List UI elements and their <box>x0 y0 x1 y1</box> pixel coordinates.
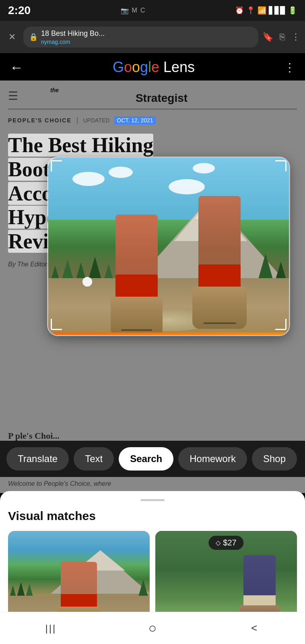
match-card-1[interactable] <box>8 531 150 612</box>
corner-tr <box>275 160 286 171</box>
cloud-1 <box>72 172 105 186</box>
price-tag-icon: ◇ <box>216 539 221 547</box>
share-icon[interactable]: ⎘ <box>280 32 285 42</box>
nav-menu-button[interactable]: ||| <box>35 616 67 640</box>
lens-title: Google Lens <box>113 59 195 76</box>
welcome-text: Welcome to People's Choice, where <box>8 480 111 487</box>
lens-selection-box[interactable] <box>48 158 289 335</box>
lens-cursor-dot <box>82 277 92 287</box>
left-boot <box>111 297 163 335</box>
strategist-header: ☰ the Strategist <box>0 80 305 109</box>
peoples-choice-badge: PEOPLE'S CHOICE <box>8 117 72 124</box>
location-icon: 📍 <box>246 6 255 15</box>
c-icon: C <box>140 7 145 14</box>
strategist-logo: the Strategist <box>26 87 297 105</box>
nav-home-button[interactable]: ○ <box>136 616 169 640</box>
tab-shop[interactable]: Shop <box>252 447 297 471</box>
hamburger-icon: ☰ <box>8 89 18 103</box>
right-leg <box>198 196 241 329</box>
browser-domain: nymag.com <box>41 39 105 45</box>
tab-translate[interactable]: Translate <box>6 447 69 471</box>
matches-grid: ◇ $27 <box>8 531 297 612</box>
browser-title: 18 Best Hiking Bo... <box>41 29 105 38</box>
article-meta: PEOPLE'S CHOICE | UPDATED OCT. 12, 2021 <box>0 109 305 129</box>
tab-search[interactable]: Search <box>119 447 173 471</box>
nav-menu-icon: ||| <box>45 623 56 634</box>
bookmark-icon[interactable]: 🔖 <box>262 32 273 42</box>
lens-header: ← Google Lens ⋮ <box>0 53 305 81</box>
tab-text[interactable]: Text <box>74 447 114 471</box>
status-bar: 2:20 📷 M C ⏰ 📍 📶 ▋▊▉ 🔋 <box>0 0 305 21</box>
match-image-2: ◇ $27 <box>155 531 297 612</box>
lens-more-button[interactable]: ⋮ <box>284 61 295 74</box>
boot-laces-right <box>203 322 236 324</box>
status-time: 2:20 <box>8 4 31 17</box>
lock-icon: 🔒 <box>29 33 38 41</box>
browser-actions: 🔖 ⎘ ⋮ <box>262 32 300 42</box>
price-amount: $27 <box>223 538 236 547</box>
nav-back-button[interactable]: < <box>238 616 270 640</box>
left-leg <box>115 215 158 335</box>
hiking-image <box>48 158 289 335</box>
mail-icon: M <box>132 7 137 14</box>
article-updated: UPDATED <box>83 117 110 124</box>
right-boot <box>192 287 247 329</box>
tree-6 <box>258 254 274 282</box>
battery-icon: 🔋 <box>288 6 297 15</box>
panel-handle[interactable] <box>140 499 165 501</box>
status-left-icons: 📷 M C <box>121 7 145 14</box>
signal-icon: ▋▊▉ <box>269 6 286 15</box>
camera-icon: 📷 <box>121 7 129 14</box>
match-card-2[interactable]: ◇ $27 <box>155 531 297 612</box>
url-bar[interactable]: 🔒 18 Best Hiking Bo... nymag.com <box>23 27 258 47</box>
cloud-4 <box>193 163 215 173</box>
navigation-bar: ||| ○ < <box>0 612 305 644</box>
alarm-icon: ⏰ <box>235 6 244 15</box>
status-right-icons: ⏰ 📍 📶 ▋▊▉ 🔋 <box>235 6 297 15</box>
corner-br <box>275 319 286 330</box>
browser-bar: ✕ 🔒 18 Best Hiking Bo... nymag.com 🔖 ⎘ ⋮ <box>0 21 305 53</box>
wifi-icon: 📶 <box>258 6 266 15</box>
corner-bl <box>51 319 62 330</box>
price-badge: ◇ $27 <box>208 536 243 550</box>
cloud-2 <box>109 167 133 178</box>
welcome-text-section: Welcome to People's Choice, where <box>0 477 305 493</box>
more-options-icon[interactable]: ⋮ <box>291 32 300 42</box>
cloud-3 <box>169 179 205 194</box>
article-date: OCT. 12, 2021 <box>114 116 155 124</box>
article-bottom-text: P ple's Choi... <box>8 431 60 441</box>
boot-laces-left <box>121 329 152 331</box>
lens-back-button[interactable]: ← <box>10 60 23 75</box>
browser-close-button[interactable]: ✕ <box>5 30 19 44</box>
lens-progress-bar <box>48 332 289 335</box>
visual-matches-panel: Visual matches <box>0 491 305 612</box>
visual-matches-title: Visual matches <box>8 509 297 523</box>
match-image-1 <box>8 531 150 612</box>
tab-homework[interactable]: Homework <box>178 447 247 471</box>
corner-tl <box>51 160 62 171</box>
lens-tabs-bar: Translate Text Search Homework Shop <box>0 441 305 477</box>
nav-back-icon: < <box>251 622 257 634</box>
nav-home-icon: ○ <box>148 620 157 636</box>
